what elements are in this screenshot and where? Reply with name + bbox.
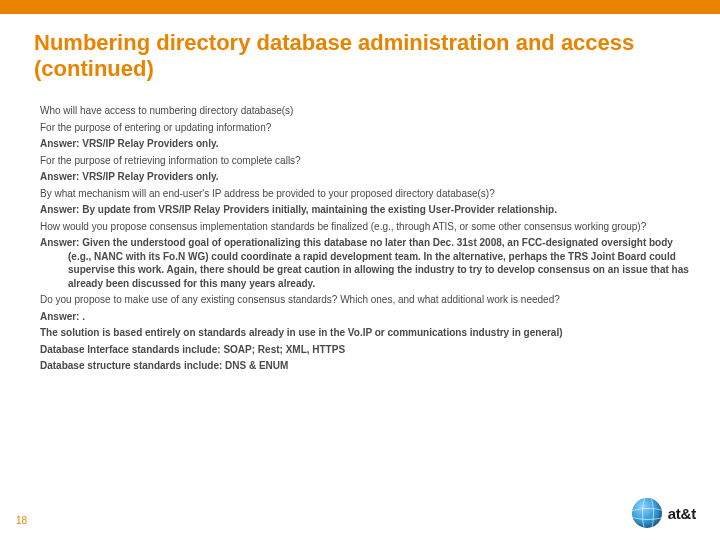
slide: Numbering directory database administrat… <box>0 0 720 540</box>
qa-line: By what mechanism will an end-user's IP … <box>40 187 692 201</box>
qa-line: Answer: . <box>40 310 692 324</box>
globe-icon <box>632 498 662 528</box>
qa-line: Database structure standards include: DN… <box>40 359 692 373</box>
qa-line: For the purpose of entering or updating … <box>40 121 692 135</box>
att-logo: at&t <box>632 498 696 528</box>
qa-line: How would you propose consensus implemen… <box>40 220 692 234</box>
qa-line: The solution is based entirely on standa… <box>40 326 692 340</box>
page-number: 18 <box>16 515 27 526</box>
qa-line: Who will have access to numbering direct… <box>40 104 692 118</box>
qa-line: For the purpose of retrieving informatio… <box>40 154 692 168</box>
accent-bar <box>0 0 720 14</box>
slide-title: Numbering directory database administrat… <box>34 30 690 83</box>
body-text: Who will have access to numbering direct… <box>40 104 692 376</box>
qa-line: Database Interface standards include: SO… <box>40 343 692 357</box>
qa-line: Do you propose to make use of any existi… <box>40 293 692 307</box>
qa-line: Answer: VRS/IP Relay Providers only. <box>40 170 692 184</box>
qa-line: Answer: VRS/IP Relay Providers only. <box>40 137 692 151</box>
logo-label: at&t <box>668 505 696 522</box>
qa-line: Answer: Given the understood goal of ope… <box>40 236 692 290</box>
logo-text: at&t <box>668 505 696 522</box>
qa-line: Answer: By update from VRS/IP Relay Prov… <box>40 203 692 217</box>
